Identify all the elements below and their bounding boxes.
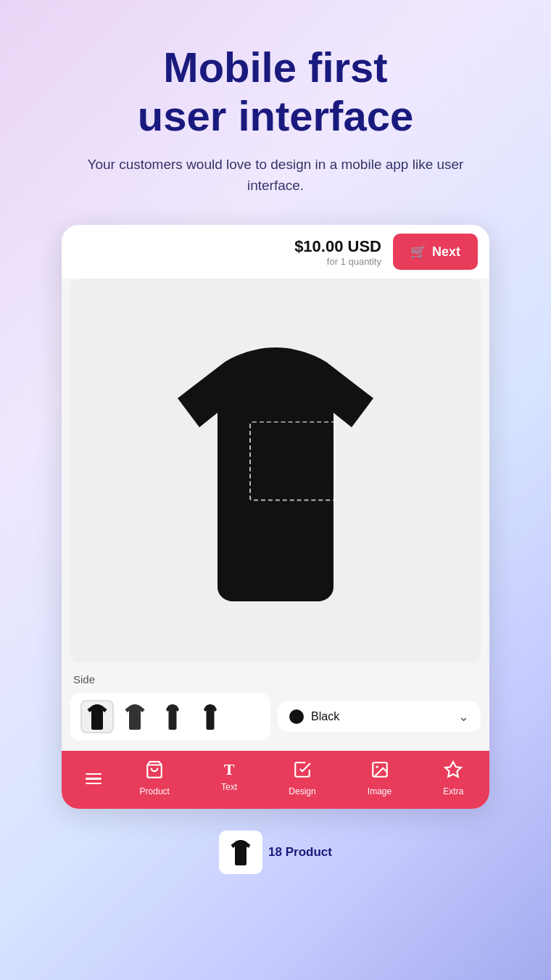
nav-label-product: Product — [140, 786, 170, 796]
nav-items: Product T Text Design — [114, 760, 489, 796]
design-icon — [293, 760, 312, 783]
chevron-down-icon: ⌄ — [458, 709, 469, 725]
svg-point-2 — [376, 766, 378, 768]
hamburger-icon — [86, 773, 102, 785]
color-dot-label: Black — [289, 709, 339, 724]
product-count: 18 Product — [268, 845, 332, 860]
nav-item-text[interactable]: T Text — [221, 760, 237, 796]
cart-icon: 🛒 — [410, 244, 426, 260]
hero-subtitle: Your customers would love to design in a… — [87, 155, 464, 196]
nav-item-design[interactable]: Design — [289, 760, 315, 796]
next-button[interactable]: 🛒 Next — [393, 234, 478, 270]
nav-item-extra[interactable]: Extra — [443, 760, 463, 796]
nav-label-design: Design — [289, 786, 315, 796]
nav-item-image[interactable]: Image — [368, 760, 392, 796]
options-row: Black ⌄ — [70, 693, 481, 741]
product-thumb — [219, 831, 262, 874]
variant-left[interactable] — [156, 700, 189, 733]
nav-label-text: Text — [221, 782, 237, 792]
variant-right[interactable] — [194, 700, 227, 733]
image-icon — [370, 760, 389, 783]
price-quantity: for 1 quantity — [294, 256, 381, 267]
price-amount: $10.00 USD — [294, 237, 381, 256]
nav-label-image: Image — [368, 786, 392, 796]
shirt-variants — [70, 693, 270, 741]
nav-item-product[interactable]: Product — [140, 760, 170, 796]
color-name: Black — [311, 710, 339, 723]
variant-front[interactable] — [80, 700, 114, 733]
price-info: $10.00 USD for 1 quantity — [294, 237, 381, 267]
hero-title: Mobile first user interface — [138, 44, 413, 140]
tshirt-container — [152, 333, 399, 609]
bottom-nav: Product T Text Design — [62, 751, 489, 809]
color-selector[interactable]: Black ⌄ — [278, 701, 481, 732]
price-header: $10.00 USD for 1 quantity 🛒 Next — [62, 225, 489, 279]
app-card: $10.00 USD for 1 quantity 🛒 Next Side — [62, 225, 489, 809]
svg-marker-3 — [446, 762, 462, 778]
product-icon — [145, 760, 164, 783]
canvas-area — [70, 279, 481, 663]
text-icon: T — [224, 760, 235, 779]
menu-button[interactable] — [73, 758, 114, 799]
side-label: Side — [70, 673, 481, 685]
color-dot — [289, 709, 304, 724]
variant-back[interactable] — [118, 700, 152, 733]
print-area — [249, 421, 336, 501]
options-area: Side — [62, 663, 489, 751]
nav-label-extra: Extra — [443, 786, 463, 796]
extra-icon — [444, 760, 463, 783]
product-count-row: 18 Product — [219, 831, 332, 874]
